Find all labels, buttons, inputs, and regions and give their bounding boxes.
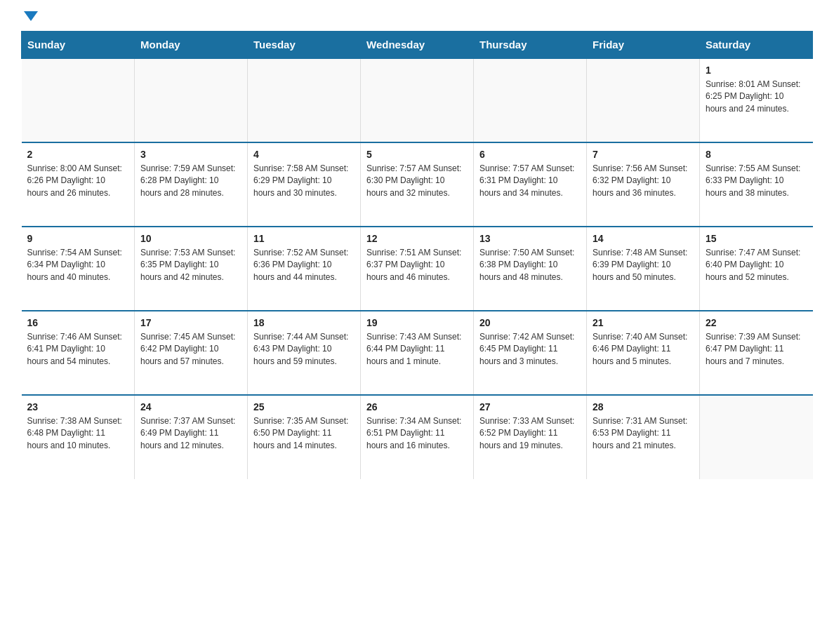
- day-header-sunday: Sunday: [22, 32, 135, 59]
- day-number: 27: [479, 401, 581, 412]
- day-header-tuesday: Tuesday: [248, 32, 361, 59]
- day-number: 4: [253, 149, 355, 160]
- calendar-cell: 4Sunrise: 7:58 AM Sunset: 6:29 PM Daylig…: [248, 142, 361, 227]
- calendar-cell: 21Sunrise: 7:40 AM Sunset: 6:46 PM Dayli…: [587, 311, 700, 395]
- day-info-text: Sunrise: 7:51 AM Sunset: 6:37 PM Dayligh…: [366, 247, 468, 283]
- calendar-cell: 2Sunrise: 8:00 AM Sunset: 6:26 PM Daylig…: [22, 142, 135, 227]
- day-number: 5: [366, 149, 468, 160]
- calendar-cell: 24Sunrise: 7:37 AM Sunset: 6:49 PM Dayli…: [135, 395, 248, 479]
- calendar-cell: 6Sunrise: 7:57 AM Sunset: 6:31 PM Daylig…: [474, 142, 587, 227]
- day-info-text: Sunrise: 7:54 AM Sunset: 6:34 PM Dayligh…: [27, 247, 129, 283]
- calendar-cell: 5Sunrise: 7:57 AM Sunset: 6:30 PM Daylig…: [361, 142, 474, 227]
- days-header-row: SundayMondayTuesdayWednesdayThursdayFrid…: [22, 32, 813, 59]
- day-info-text: Sunrise: 8:01 AM Sunset: 6:25 PM Dayligh…: [706, 79, 807, 115]
- day-number: 22: [706, 317, 807, 328]
- logo: [21, 14, 38, 24]
- day-number: 12: [366, 233, 468, 244]
- day-number: 26: [366, 401, 468, 412]
- calendar-cell: 3Sunrise: 7:59 AM Sunset: 6:28 PM Daylig…: [135, 142, 248, 227]
- day-info-text: Sunrise: 7:56 AM Sunset: 6:32 PM Dayligh…: [593, 163, 694, 199]
- calendar-cell: 23Sunrise: 7:38 AM Sunset: 6:48 PM Dayli…: [22, 395, 135, 479]
- day-number: 19: [366, 317, 468, 328]
- day-info-text: Sunrise: 7:48 AM Sunset: 6:39 PM Dayligh…: [593, 247, 694, 283]
- day-number: 16: [27, 317, 129, 328]
- calendar-cell: 11Sunrise: 7:52 AM Sunset: 6:36 PM Dayli…: [248, 227, 361, 311]
- day-info-text: Sunrise: 7:38 AM Sunset: 6:48 PM Dayligh…: [27, 415, 129, 452]
- day-number: 1: [706, 65, 807, 76]
- calendar-cell: 14Sunrise: 7:48 AM Sunset: 6:39 PM Dayli…: [587, 227, 700, 311]
- calendar-cell: 15Sunrise: 7:47 AM Sunset: 6:40 PM Dayli…: [700, 227, 813, 311]
- calendar-cell: 28Sunrise: 7:31 AM Sunset: 6:53 PM Dayli…: [587, 395, 700, 479]
- day-number: 18: [253, 317, 355, 328]
- calendar-week-row: 23Sunrise: 7:38 AM Sunset: 6:48 PM Dayli…: [22, 395, 813, 479]
- day-info-text: Sunrise: 7:34 AM Sunset: 6:51 PM Dayligh…: [366, 415, 468, 452]
- calendar-cell: 22Sunrise: 7:39 AM Sunset: 6:47 PM Dayli…: [700, 311, 813, 395]
- day-number: 2: [27, 149, 129, 160]
- day-info-text: Sunrise: 7:43 AM Sunset: 6:44 PM Dayligh…: [366, 331, 468, 368]
- calendar-cell: 17Sunrise: 7:45 AM Sunset: 6:42 PM Dayli…: [135, 311, 248, 395]
- day-info-text: Sunrise: 7:44 AM Sunset: 6:43 PM Dayligh…: [253, 331, 355, 368]
- calendar-cell: 16Sunrise: 7:46 AM Sunset: 6:41 PM Dayli…: [22, 311, 135, 395]
- calendar-cell: 9Sunrise: 7:54 AM Sunset: 6:34 PM Daylig…: [22, 227, 135, 311]
- day-header-thursday: Thursday: [474, 32, 587, 59]
- calendar-cell: 1Sunrise: 8:01 AM Sunset: 6:25 PM Daylig…: [700, 58, 813, 142]
- day-info-text: Sunrise: 7:50 AM Sunset: 6:38 PM Dayligh…: [479, 247, 581, 283]
- day-info-text: Sunrise: 7:55 AM Sunset: 6:33 PM Dayligh…: [706, 163, 807, 199]
- day-number: 28: [593, 401, 694, 412]
- calendar-cell: [135, 58, 248, 142]
- day-info-text: Sunrise: 7:57 AM Sunset: 6:30 PM Dayligh…: [366, 163, 468, 199]
- day-header-monday: Monday: [135, 32, 248, 59]
- day-info-text: Sunrise: 7:31 AM Sunset: 6:53 PM Dayligh…: [593, 415, 694, 452]
- calendar-cell: 19Sunrise: 7:43 AM Sunset: 6:44 PM Dayli…: [361, 311, 474, 395]
- day-info-text: Sunrise: 7:59 AM Sunset: 6:28 PM Dayligh…: [140, 163, 241, 199]
- day-number: 6: [479, 149, 581, 160]
- calendar-cell: 8Sunrise: 7:55 AM Sunset: 6:33 PM Daylig…: [700, 142, 813, 227]
- day-info-text: Sunrise: 7:33 AM Sunset: 6:52 PM Dayligh…: [479, 415, 581, 452]
- calendar-cell: [587, 58, 700, 142]
- calendar-cell: [474, 58, 587, 142]
- calendar-cell: [361, 58, 474, 142]
- day-number: 25: [253, 401, 355, 412]
- day-info-text: Sunrise: 7:47 AM Sunset: 6:40 PM Dayligh…: [706, 247, 807, 283]
- calendar-cell: 20Sunrise: 7:42 AM Sunset: 6:45 PM Dayli…: [474, 311, 587, 395]
- day-header-friday: Friday: [587, 32, 700, 59]
- day-number: 7: [593, 149, 694, 160]
- day-info-text: Sunrise: 7:45 AM Sunset: 6:42 PM Dayligh…: [140, 331, 241, 368]
- calendar-week-row: 2Sunrise: 8:00 AM Sunset: 6:26 PM Daylig…: [22, 142, 813, 227]
- calendar-cell: 12Sunrise: 7:51 AM Sunset: 6:37 PM Dayli…: [361, 227, 474, 311]
- calendar-week-row: 1Sunrise: 8:01 AM Sunset: 6:25 PM Daylig…: [22, 58, 813, 142]
- day-header-wednesday: Wednesday: [361, 32, 474, 59]
- calendar-cell: [22, 58, 135, 142]
- calendar-cell: [700, 395, 813, 479]
- calendar-cell: [248, 58, 361, 142]
- day-info-text: Sunrise: 7:57 AM Sunset: 6:31 PM Dayligh…: [479, 163, 581, 199]
- calendar-cell: 27Sunrise: 7:33 AM Sunset: 6:52 PM Dayli…: [474, 395, 587, 479]
- day-number: 21: [593, 317, 694, 328]
- day-number: 23: [27, 401, 129, 412]
- day-info-text: Sunrise: 7:40 AM Sunset: 6:46 PM Dayligh…: [593, 331, 694, 368]
- logo-arrow-icon: [24, 11, 38, 21]
- calendar-table: SundayMondayTuesdayWednesdayThursdayFrid…: [21, 31, 813, 479]
- day-info-text: Sunrise: 7:52 AM Sunset: 6:36 PM Dayligh…: [253, 247, 355, 283]
- day-number: 10: [140, 233, 241, 244]
- day-number: 13: [479, 233, 581, 244]
- day-info-text: Sunrise: 7:37 AM Sunset: 6:49 PM Dayligh…: [140, 415, 241, 452]
- calendar-cell: 13Sunrise: 7:50 AM Sunset: 6:38 PM Dayli…: [474, 227, 587, 311]
- day-info-text: Sunrise: 8:00 AM Sunset: 6:26 PM Dayligh…: [27, 163, 129, 199]
- page-header: [21, 14, 813, 24]
- day-number: 11: [253, 233, 355, 244]
- day-number: 14: [593, 233, 694, 244]
- day-info-text: Sunrise: 7:46 AM Sunset: 6:41 PM Dayligh…: [27, 331, 129, 368]
- day-header-saturday: Saturday: [700, 32, 813, 59]
- day-info-text: Sunrise: 7:35 AM Sunset: 6:50 PM Dayligh…: [253, 415, 355, 452]
- day-number: 9: [27, 233, 129, 244]
- day-number: 8: [706, 149, 807, 160]
- day-info-text: Sunrise: 7:42 AM Sunset: 6:45 PM Dayligh…: [479, 331, 581, 368]
- calendar-week-row: 16Sunrise: 7:46 AM Sunset: 6:41 PM Dayli…: [22, 311, 813, 395]
- day-number: 20: [479, 317, 581, 328]
- calendar-cell: 7Sunrise: 7:56 AM Sunset: 6:32 PM Daylig…: [587, 142, 700, 227]
- calendar-cell: 26Sunrise: 7:34 AM Sunset: 6:51 PM Dayli…: [361, 395, 474, 479]
- calendar-cell: 10Sunrise: 7:53 AM Sunset: 6:35 PM Dayli…: [135, 227, 248, 311]
- day-number: 17: [140, 317, 241, 328]
- calendar-week-row: 9Sunrise: 7:54 AM Sunset: 6:34 PM Daylig…: [22, 227, 813, 311]
